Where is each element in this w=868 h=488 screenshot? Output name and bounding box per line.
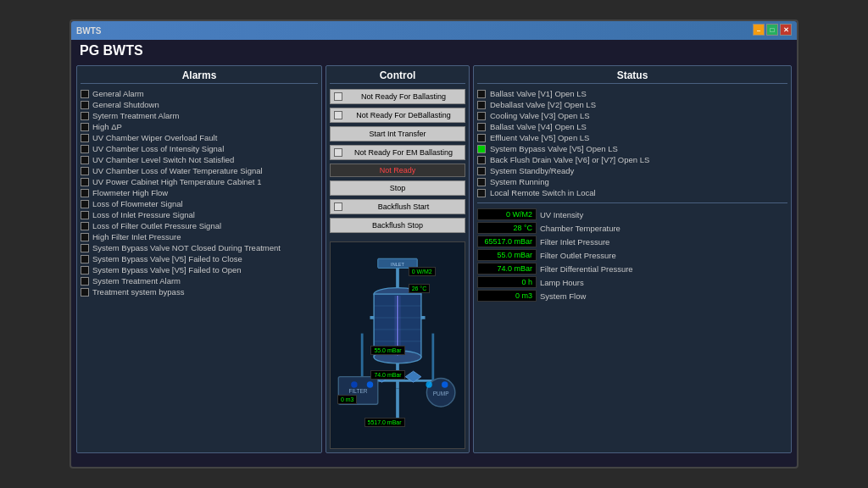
diagram-area: FILTER PUMP INLET [330, 241, 465, 449]
status-reading-value: 0 h [477, 276, 537, 288]
alarm-checkbox[interactable] [81, 178, 89, 186]
status-item: Deballast Valve [V2] Open LS [477, 100, 787, 109]
alarm-checkbox[interactable] [81, 123, 89, 131]
status-checkbox[interactable] [477, 101, 486, 109]
main-title: PG BWTS [71, 40, 797, 62]
alarm-checkbox[interactable] [81, 134, 89, 142]
status-checkbox[interactable] [477, 134, 486, 142]
alarm-checkbox[interactable] [81, 90, 89, 98]
status-reading-row: 28 °CChamber Temperature [477, 222, 787, 234]
status-checkbox[interactable] [477, 167, 486, 175]
alarm-item: Flowmeter High Flow [81, 188, 318, 197]
status-reading-label: Filter Outlet Pressure [540, 251, 616, 260]
alarm-item: Loss of Filter Outlet Pressure Signal [81, 221, 318, 230]
alarm-item: System Bypass Valve [V5] Failed to Open [81, 265, 318, 274]
alarm-label: Treatment system bypass [92, 287, 184, 297]
status-reading-row: 65517.0 mBarFilter Inlet Pressure [477, 236, 787, 247]
alarm-checkbox[interactable] [81, 112, 89, 120]
control-button-checkbox[interactable] [334, 111, 342, 119]
control-button-checkbox[interactable] [334, 148, 342, 157]
status-reading-label: UV Intensity [540, 210, 583, 219]
status-reading-label: Filter Differential Pressure [540, 264, 633, 274]
status-reading-value: 74.0 mBar [477, 263, 537, 274]
status-reading-row: 0 W/M2UV Intensity [477, 208, 787, 220]
status-item: System Standby/Ready [477, 166, 787, 175]
alarm-checkbox[interactable] [81, 255, 89, 263]
alarm-checkbox[interactable] [81, 244, 89, 252]
status-label: Effluent Valve [V5] Open LS [490, 133, 589, 142]
status-reading-label: Lamp Hours [540, 278, 584, 287]
control-button[interactable]: Not Ready For EM Ballasting [330, 145, 465, 160]
status-reading-value: 0 m3 [477, 290, 537, 302]
alarm-item: Loss of Inlet Pressure Signal [81, 210, 318, 219]
status-reading-row: 55.0 mBarFilter Outlet Pressure [477, 249, 787, 261]
diagram-pressure: 5517.0 mBar [364, 418, 405, 427]
status-item: Back Flush Drain Valve [V6] or [V7] Open… [477, 155, 787, 164]
control-button-label: Not Ready For DeBallasting [346, 111, 461, 119]
status-item: System Bypass Valve [V5] Open LS [477, 144, 787, 153]
status-label: Ballast Valve [V1] Open LS [490, 89, 587, 98]
control-button[interactable]: Not Ready For DeBallasting [330, 108, 465, 123]
alarm-checkbox[interactable] [81, 288, 89, 297]
alarm-checkbox[interactable] [81, 233, 89, 241]
alarm-label: UV Power Cabinet High Temperature Cabine… [92, 177, 261, 186]
alarm-label: UV Chamber Wiper Overload Fault [92, 133, 217, 142]
alarm-label: UV Chamber Loss of Intensity Signal [92, 144, 224, 153]
alarm-checkbox[interactable] [81, 189, 89, 197]
alarm-item: High Filter Inlet Pressure [81, 232, 318, 241]
alarm-item: System Bypass Valve NOT Closed During Tr… [81, 243, 318, 252]
status-label: Deballast Valve [V2] Open LS [490, 100, 596, 109]
alarm-checkbox[interactable] [81, 211, 89, 219]
control-button[interactable]: Start Int Transfer [330, 126, 465, 141]
alarm-label: Flowmeter High Flow [92, 188, 168, 197]
alarm-checkbox[interactable] [81, 200, 89, 208]
alarms-panel-title: Alarms [81, 69, 318, 84]
status-label: Ballast Valve [V4] Open LS [490, 122, 587, 131]
svg-point-29 [442, 381, 448, 387]
alarm-item: System Bypass Valve [V5] Failed to Close [81, 254, 318, 263]
minimize-button[interactable]: – [753, 24, 765, 36]
control-button[interactable]: Stop [330, 180, 465, 196]
status-checkbox[interactable] [477, 145, 486, 153]
control-button-checkbox[interactable] [334, 92, 342, 101]
maximize-button[interactable]: □ [766, 24, 778, 36]
window-controls: – □ ✕ [753, 24, 792, 36]
status-checkbox[interactable] [477, 156, 486, 164]
alarm-item: UV Chamber Level Switch Not Satisfied [81, 155, 318, 164]
svg-point-26 [351, 381, 357, 387]
diagram-uv-value: 0 W/M2 [409, 267, 436, 276]
control-button[interactable]: Backflush Stop [330, 218, 465, 233]
status-checkboxes: Ballast Valve [V1] Open LSDeballast Valv… [477, 89, 787, 197]
alarm-item: UV Power Cabinet High Temperature Cabine… [81, 177, 318, 186]
control-button-checkbox[interactable] [334, 202, 342, 211]
alarm-checkbox[interactable] [81, 266, 89, 274]
status-item: Ballast Valve [V1] Open LS [477, 89, 787, 98]
status-checkbox[interactable] [477, 112, 486, 120]
control-panel: Control Not Ready For BallastingNot Read… [326, 65, 470, 453]
diagram-filter-outlet: 74.0 mBar [370, 370, 404, 380]
alarm-checkbox[interactable] [81, 156, 89, 164]
control-button[interactable]: Not Ready For Ballasting [330, 89, 465, 104]
status-label: Local Remote Switch in Local [490, 188, 596, 197]
status-reading-value: 55.0 mBar [477, 249, 537, 261]
diagram-filter-inlet: 55.0 mBar [370, 346, 404, 355]
status-checkbox[interactable] [477, 178, 486, 186]
status-checkbox[interactable] [477, 189, 486, 197]
alarm-checkbox[interactable] [81, 167, 89, 175]
alarm-item: Treatment system bypass [81, 287, 318, 297]
alarm-checkbox[interactable] [81, 277, 89, 286]
status-checkbox[interactable] [477, 123, 486, 131]
alarm-checkbox[interactable] [81, 145, 89, 153]
alarm-label: System Bypass Valve [V5] Failed to Open [92, 265, 242, 274]
control-button[interactable]: Backflush Start [330, 199, 465, 214]
alarm-label: Loss of Flowmeter Signal [92, 199, 183, 208]
alarm-checkbox[interactable] [81, 222, 89, 230]
alarm-label: System Treatment Alarm [92, 276, 181, 286]
status-reading-label: System Flow [540, 291, 586, 301]
not-ready-status: Not Ready [330, 164, 465, 177]
close-button[interactable]: ✕ [780, 24, 792, 36]
alarm-item: UV Chamber Loss of Water Temperature Sig… [81, 166, 318, 175]
control-button-label: Not Ready For Ballasting [346, 92, 461, 101]
alarm-checkbox[interactable] [81, 101, 89, 109]
status-checkbox[interactable] [477, 90, 486, 98]
